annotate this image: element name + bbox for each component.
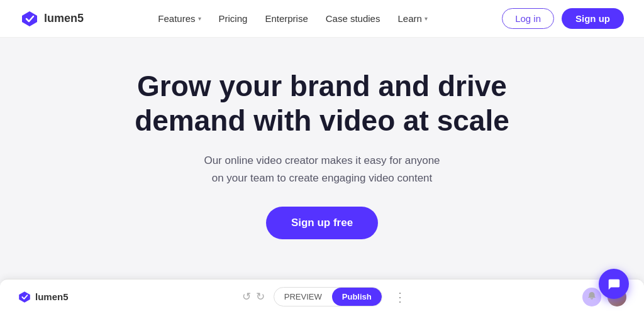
hero-subtitle: Our online video creator makes it easy f… xyxy=(204,152,440,186)
chat-button[interactable] xyxy=(599,269,629,299)
redo-icon[interactable]: ↻ xyxy=(256,290,265,303)
logo-link[interactable]: lumen5 xyxy=(20,9,84,28)
undo-icon[interactable]: ↺ xyxy=(242,290,251,303)
learn-chevron-icon: ▾ xyxy=(425,15,428,22)
undo-redo-group: ↺ ↻ xyxy=(242,290,265,303)
nav-learn[interactable]: Learn ▾ xyxy=(397,13,427,24)
preview-bar-controls: ↺ ↻ PREVIEW Publish ⋮ xyxy=(242,287,409,306)
preview-logo-icon xyxy=(18,290,31,304)
hero-title: Grow your brand and drive demand with vi… xyxy=(135,69,509,138)
hero-section: Grow your brand and drive demand with vi… xyxy=(0,38,644,258)
bell-icon xyxy=(586,291,598,303)
preview-logo-text: lumen5 xyxy=(35,291,69,302)
preview-bar: lumen5 ↺ ↻ PREVIEW Publish ⋮ xyxy=(0,279,644,314)
chat-icon xyxy=(607,277,621,291)
user-avatar-icon[interactable] xyxy=(582,288,601,306)
logo-text: lumen5 xyxy=(44,12,84,25)
logo-icon xyxy=(20,9,39,28)
nav-case-studies[interactable]: Case studies xyxy=(326,13,380,24)
nav-pricing[interactable]: Pricing xyxy=(219,13,248,24)
publish-button[interactable]: Publish xyxy=(332,288,382,306)
nav-enterprise[interactable]: Enterprise xyxy=(265,13,308,24)
preview-publish-group: PREVIEW Publish xyxy=(274,287,382,306)
more-options-icon[interactable]: ⋮ xyxy=(391,290,409,305)
preview-bar-logo: lumen5 xyxy=(18,290,69,304)
login-button[interactable]: Log in xyxy=(502,8,554,29)
navbar: lumen5 Features ▾ Pricing Enterprise Cas… xyxy=(0,0,644,38)
signup-nav-button[interactable]: Sign up xyxy=(562,8,624,29)
signup-hero-button[interactable]: Sign up free xyxy=(266,207,378,239)
navbar-actions: Log in Sign up xyxy=(502,8,624,29)
nav-features[interactable]: Features ▾ xyxy=(158,13,201,24)
nav-links: Features ▾ Pricing Enterprise Case studi… xyxy=(158,13,428,24)
preview-button[interactable]: PREVIEW xyxy=(274,288,332,305)
features-chevron-icon: ▾ xyxy=(198,15,201,22)
